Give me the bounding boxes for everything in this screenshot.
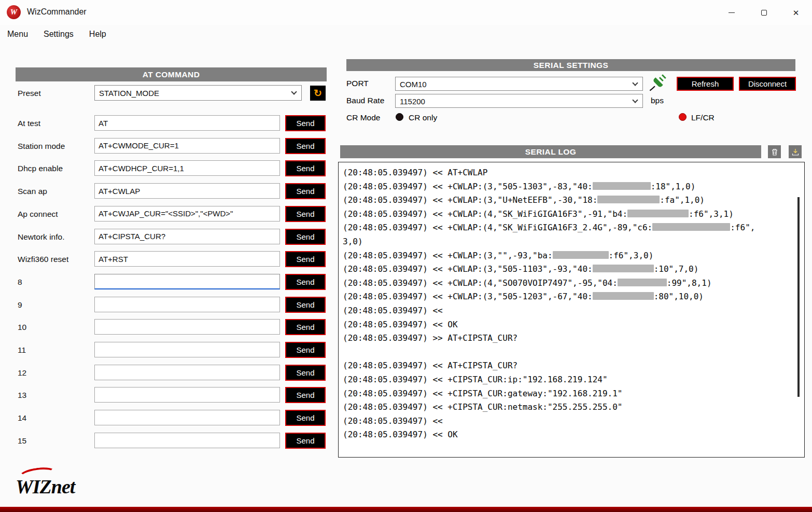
log-line: (20:48:05.039497) <<	[343, 414, 801, 428]
at-command-input[interactable]	[94, 410, 280, 425]
preset-value: STATION_MODE	[99, 89, 159, 98]
at-command-label: 14	[18, 413, 26, 423]
log-line	[343, 345, 801, 359]
baud-rate-value: 115200	[400, 96, 425, 105]
send-button[interactable]: Send	[285, 206, 326, 222]
log-line: (20:48:05.039497) << +CWLAP:(4,"SO070VOI…	[343, 276, 801, 290]
log-line: (20:48:05.039497) << +CWLAP:(3,"505-1203…	[343, 290, 801, 304]
at-command-input[interactable]	[94, 115, 280, 131]
log-text: :f6",3,1)	[689, 209, 734, 219]
at-command-label: 10	[18, 323, 26, 332]
minimize-button[interactable]	[716, 0, 748, 25]
at-command-row: Station modeSend	[16, 138, 327, 154]
chevron-down-icon	[632, 80, 638, 86]
refresh-button[interactable]: Refresh	[677, 77, 734, 91]
at-command-label: Wizfi360 reset	[18, 255, 68, 264]
send-button[interactable]: Send	[285, 410, 326, 426]
at-command-panel: AT COMMAND Preset STATION_MODE ↻ At test…	[16, 67, 327, 454]
send-button[interactable]: Send	[285, 365, 326, 381]
at-command-row: Ap connectSend	[16, 206, 327, 222]
close-button[interactable]: ✕	[780, 0, 812, 25]
at-command-input[interactable]	[94, 319, 280, 335]
lfcr-radio[interactable]	[679, 113, 687, 121]
menubar: MenuSettingsHelp	[0, 25, 812, 44]
at-command-label: 13	[18, 391, 26, 400]
log-line: (20:48:05.039497) <<	[343, 304, 801, 318]
at-command-input[interactable]	[94, 365, 280, 380]
log-line: (20:48:05.039497) << OK	[343, 428, 801, 442]
logo-text: WIZnet	[16, 475, 75, 498]
send-button[interactable]: Send	[285, 433, 326, 449]
maximize-button[interactable]	[748, 0, 780, 25]
at-command-input[interactable]	[94, 274, 280, 289]
at-command-row: Wizfi360 resetSend	[16, 251, 327, 267]
log-line: 3,0)	[343, 235, 801, 249]
menu-item-help[interactable]: Help	[89, 30, 106, 39]
at-command-row: 12Send	[16, 365, 327, 381]
at-command-input[interactable]	[94, 251, 280, 267]
send-button[interactable]: Send	[285, 115, 326, 131]
disconnect-button[interactable]: Disconnect	[739, 77, 796, 91]
log-scrollbar-thumb[interactable]	[797, 197, 800, 397]
cr-only-radio[interactable]	[396, 113, 403, 121]
at-command-input[interactable]	[94, 160, 280, 176]
serial-log-body[interactable]: (20:48:05.039497) << AT+CWLAP(20:48:05.0…	[338, 162, 805, 458]
window-title: WizCommander	[27, 7, 87, 17]
serial-log-panel: SERIAL LOG (20:48:05.039497) << AT+CWLAP…	[338, 145, 805, 458]
redacted-text	[597, 196, 660, 203]
log-text: (20:48:05.039497) << +CIPSTA_CUR:ip:"192…	[343, 375, 608, 384]
chevron-down-icon	[632, 97, 638, 103]
log-text: (20:48:05.039497) <<	[343, 416, 443, 426]
send-button[interactable]: Send	[285, 319, 326, 335]
menu-item-settings[interactable]: Settings	[44, 30, 74, 39]
send-button[interactable]: Send	[285, 229, 326, 245]
menu-item-menu[interactable]: Menu	[7, 30, 28, 39]
send-button[interactable]: Send	[285, 251, 326, 267]
at-command-row: 10Send	[16, 319, 327, 335]
log-text: (20:48:05.039497) << +CIPSTA_CUR:gateway…	[343, 389, 622, 398]
log-line: (20:48:05.039497) << +CWLAP:(3,"",-93,"b…	[343, 249, 801, 263]
baud-rate-select[interactable]: 115200	[395, 94, 643, 108]
serial-settings-panel: SERIAL SETTINGS PORT COM10 Refresh Disco…	[338, 58, 805, 136]
send-button[interactable]: Send	[285, 342, 326, 358]
window-controls: ✕	[716, 0, 812, 25]
preset-select[interactable]: STATION_MODE	[94, 85, 302, 101]
clear-log-button[interactable]	[768, 145, 781, 158]
log-line: (20:48:05.039497) << +CWLAP:(4,"SK_WiFiG…	[343, 221, 801, 235]
save-log-button[interactable]	[789, 145, 802, 158]
at-command-input[interactable]	[94, 297, 280, 312]
log-line: (20:48:05.039497) << AT+CIPSTA_CUR?	[343, 359, 801, 373]
at-command-row: 8Send	[16, 274, 327, 290]
log-text: :99",8,1)	[667, 278, 712, 288]
bottom-accent-bar	[0, 507, 812, 512]
log-text: (20:48:05.039497) <<	[343, 306, 443, 315]
cr-mode-label: CR Mode	[346, 113, 380, 122]
send-button[interactable]: Send	[285, 183, 326, 199]
log-text: (20:48:05.039497) << +CWLAP:(4,"SK_WiFiG…	[343, 223, 652, 232]
lfcr-label: LF/CR	[691, 113, 715, 122]
send-button[interactable]: Send	[285, 274, 326, 290]
redacted-text	[627, 210, 689, 217]
at-command-input[interactable]	[94, 206, 280, 222]
log-text: :f6",3,0)	[609, 251, 654, 260]
at-command-row: 13Send	[16, 387, 327, 403]
at-command-input[interactable]	[94, 138, 280, 154]
port-value: COM10	[400, 79, 427, 88]
at-command-input[interactable]	[94, 342, 280, 357]
log-line: (20:48:05.039497) << +CIPSTA_CUR:ip:"192…	[343, 373, 801, 387]
at-command-label: 8	[18, 278, 22, 287]
trash-icon	[771, 148, 779, 156]
send-button[interactable]: Send	[285, 387, 326, 403]
at-command-input[interactable]	[94, 183, 280, 199]
at-command-label: 12	[18, 368, 26, 378]
send-button[interactable]: Send	[285, 138, 326, 154]
redacted-text	[553, 251, 609, 259]
preset-reload-button[interactable]: ↻	[310, 86, 326, 101]
at-command-input[interactable]	[94, 433, 280, 448]
port-select[interactable]: COM10	[395, 77, 643, 91]
at-command-input[interactable]	[94, 229, 280, 244]
at-command-label: At test	[18, 119, 40, 128]
send-button[interactable]: Send	[285, 297, 326, 313]
send-button[interactable]: Send	[285, 160, 326, 176]
at-command-input[interactable]	[94, 387, 280, 403]
